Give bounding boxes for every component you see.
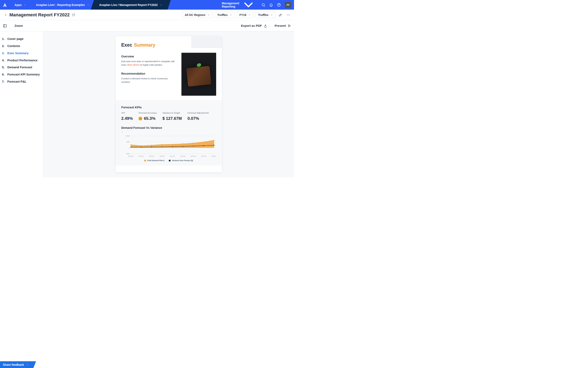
user-avatar[interactable]: JV xyxy=(285,2,291,8)
demand-forecast-chart: -500M0500M1 000MQ4 FY20Q1 FY21Q2 FY21Q3 … xyxy=(121,135,216,158)
hero-image xyxy=(181,53,216,96)
svg-point-26 xyxy=(214,140,214,141)
more-horizontal-icon xyxy=(286,13,290,17)
svg-text:Q1 FY22: Q1 FY22 xyxy=(180,156,185,157)
svg-point-27 xyxy=(130,147,131,147)
chevron-down-icon xyxy=(241,0,256,12)
toc-item[interactable]: 4.Product Performance xyxy=(2,57,41,64)
topbar: Apps Anaplan Live! : Reporting Examples … xyxy=(0,0,294,9)
nav-dropdown-label: Management Reporting xyxy=(222,2,239,8)
more-button[interactable] xyxy=(285,12,291,18)
svg-text:500M: 500M xyxy=(126,141,129,142)
svg-text:Q4 FY20: Q4 FY20 xyxy=(128,156,133,157)
chevron-down-icon xyxy=(230,14,232,16)
play-icon xyxy=(287,24,291,28)
toc-sidebar: 1.Cover page2.Contents3.Exec Summary4.Pr… xyxy=(0,31,43,177)
svg-text:Q4 FY22: Q4 FY22 xyxy=(212,156,216,157)
svg-text:Q1 FY21: Q1 FY21 xyxy=(139,156,144,157)
svg-point-35 xyxy=(214,145,214,146)
filter-product-2[interactable]: Truffles xyxy=(255,12,276,18)
svg-point-29 xyxy=(151,147,152,147)
svg-point-33 xyxy=(193,146,194,146)
export-icon xyxy=(264,24,267,28)
svg-line-1 xyxy=(264,6,265,6)
chevron-down-icon xyxy=(160,4,162,6)
svg-point-22 xyxy=(172,144,173,145)
bell-icon[interactable] xyxy=(269,3,273,7)
svg-point-21 xyxy=(161,144,162,145)
toc-item[interactable]: 7.Forecast P&L xyxy=(2,78,41,85)
kpi-card: Forecast Adjustments0.07% xyxy=(187,112,209,121)
svg-point-4 xyxy=(287,15,287,15)
kpi-row: YoY2.49%Forecast Accuracy65.3%Variance t… xyxy=(121,112,216,121)
chevron-down-icon xyxy=(87,4,89,6)
svg-point-24 xyxy=(193,143,194,144)
decorative-stripe xyxy=(191,36,222,48)
help-icon[interactable] xyxy=(277,3,281,7)
recommendation-text: Conduct a demand review to check consens… xyxy=(121,77,177,84)
toc-item[interactable]: 6.Forecast KPI Summary xyxy=(2,71,41,78)
chart-title: Demand Forecast Vs Variance xyxy=(121,126,216,129)
svg-text:Q3 FY21: Q3 FY21 xyxy=(159,156,164,157)
chevron-down-icon xyxy=(24,4,26,6)
kpi-card: YoY2.49% xyxy=(121,112,133,121)
svg-point-30 xyxy=(162,146,162,147)
present-button[interactable]: Present xyxy=(275,24,291,28)
model-label: Anaplan Live / Management Report FY2022 xyxy=(99,3,158,7)
nav-dropdown[interactable]: Management Reporting xyxy=(222,0,258,12)
page-filters: All DC Regions Truffles FY18 Truffles xyxy=(182,12,291,18)
chevron-down-icon xyxy=(207,14,210,16)
report-page: Exec Summary Overview Duis aute irure do… xyxy=(116,36,222,172)
filter-period[interactable]: FY18 xyxy=(237,12,253,18)
toc-item[interactable]: 1.Cover page xyxy=(2,35,41,43)
edit-button[interactable] xyxy=(278,12,283,18)
svg-point-20 xyxy=(151,145,152,146)
recommendation-heading: Recommendation xyxy=(121,72,177,75)
svg-rect-7 xyxy=(3,24,7,27)
svg-text:Q2 FY22: Q2 FY22 xyxy=(191,156,196,157)
svg-point-5 xyxy=(288,15,289,15)
search-icon[interactable] xyxy=(261,3,265,7)
chevron-down-icon xyxy=(248,14,251,16)
panel-toggle-icon[interactable] xyxy=(3,24,7,28)
back-button[interactable] xyxy=(3,12,9,18)
apps-label: Apps xyxy=(15,3,22,7)
avatar-initials: JV xyxy=(286,3,290,6)
overview-text: Duis aute irure dolor in reprehenderit i… xyxy=(121,60,177,67)
svg-text:Q4 FY21: Q4 FY21 xyxy=(170,156,175,157)
svg-point-23 xyxy=(182,143,183,144)
svg-text:1 000M: 1 000M xyxy=(125,135,129,137)
svg-text:-500M: -500M xyxy=(126,153,129,154)
chart-expand-icon[interactable] xyxy=(121,131,123,133)
workspace-breadcrumb[interactable]: Anaplan Live! : Reporting Examples xyxy=(31,0,94,9)
svg-point-25 xyxy=(203,141,204,142)
kpi-section-title: Forecast KPIs xyxy=(121,105,216,109)
svg-marker-9 xyxy=(288,25,290,27)
export-pdf-button[interactable]: Export as PDF xyxy=(241,24,267,28)
chart-legend: Final Demand Plan $ Variance from Financ… xyxy=(121,159,216,162)
svg-point-28 xyxy=(141,147,142,147)
svg-text:Q3 FY22: Q3 FY22 xyxy=(201,156,206,157)
svg-point-3 xyxy=(279,6,279,6)
zoom-menu[interactable]: Zoom xyxy=(15,24,23,28)
chevron-left-icon xyxy=(4,13,7,17)
filter-region[interactable]: All DC Regions xyxy=(182,12,213,18)
overview-heading: Overview xyxy=(121,55,177,58)
filter-product-1[interactable]: Truffles xyxy=(214,12,235,18)
svg-point-34 xyxy=(203,145,204,146)
refresh-icon[interactable] xyxy=(72,13,75,17)
app-logo[interactable] xyxy=(0,3,9,7)
kpi-card: Forecast Accuracy65.3% xyxy=(139,112,157,121)
svg-text:0: 0 xyxy=(129,147,130,148)
svg-point-6 xyxy=(289,15,290,15)
svg-point-31 xyxy=(172,146,173,147)
model-breadcrumb[interactable]: Anaplan Live / Management Report FY2022 xyxy=(94,0,167,9)
toolbar: Zoom Export as PDF Present xyxy=(0,20,294,31)
toc-item[interactable]: 2.Contents xyxy=(2,43,41,50)
report-canvas[interactable]: Exec Summary Overview Duis aute irure do… xyxy=(43,31,294,177)
page-title: Management Report FY2022 xyxy=(9,12,75,18)
toc-item[interactable]: 5.Demand Forecast xyxy=(2,64,41,71)
pencil-icon xyxy=(279,13,282,17)
toc-item[interactable]: 3.Exec Summary xyxy=(2,50,41,57)
svg-point-18 xyxy=(130,144,131,145)
